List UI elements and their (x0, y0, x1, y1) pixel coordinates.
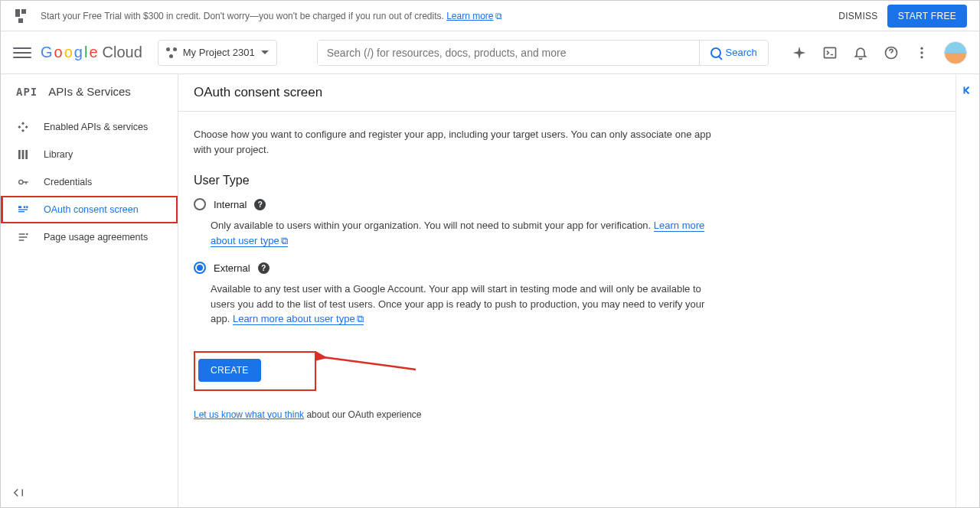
cloud-shell-icon[interactable] (822, 44, 838, 61)
gift-icon (13, 8, 28, 24)
svg-rect-10 (18, 209, 28, 210)
external-link-icon: ⧉ (357, 311, 364, 327)
hamburger-menu-icon[interactable] (13, 44, 31, 62)
user-type-heading: User Type (194, 174, 714, 187)
svg-point-8 (19, 180, 23, 184)
api-icon: API (16, 86, 38, 98)
radio-internal-row[interactable]: Internal ? (194, 198, 714, 210)
svg-point-12 (24, 206, 26, 208)
sidebar-item-label: Enabled APIs & services (44, 122, 148, 132)
search-input[interactable] (318, 41, 699, 65)
annotation-arrow (316, 351, 423, 382)
account-avatar[interactable] (944, 41, 967, 64)
start-free-button[interactable]: START FREE (887, 5, 967, 28)
consent-screen-icon (16, 203, 30, 217)
help-icon[interactable] (883, 44, 900, 61)
svg-rect-0 (825, 47, 836, 57)
intro-text: Choose how you want to configure and reg… (194, 127, 714, 157)
svg-point-13 (26, 206, 28, 208)
search-bar: Search (317, 40, 769, 66)
sidebar: API APIs & Services Enabled APIs & servi… (1, 74, 178, 507)
feedback-line: Let us know what you think about our OAu… (194, 409, 714, 420)
main-content: OAuth consent screen Choose how you want… (178, 74, 956, 507)
feedback-link[interactable]: Let us know what you think (194, 409, 304, 420)
notifications-icon[interactable] (852, 44, 869, 61)
help-icon[interactable]: ? (254, 199, 266, 210)
sidebar-item-enabled-apis[interactable]: Enabled APIs & services (1, 113, 178, 141)
top-header: Google Cloud My Project 2301 Search (1, 31, 979, 74)
banner-text: Start your Free Trial with $300 in credi… (41, 11, 502, 21)
sidebar-section-label: APIs & Services (48, 85, 131, 98)
sidebar-item-label: Credentials (44, 177, 92, 187)
svg-point-2 (920, 47, 923, 49)
library-icon (16, 148, 30, 161)
external-description: Available to any test user with a Google… (194, 278, 714, 340)
free-trial-banner: Start your Free Trial with $300 in credi… (1, 1, 979, 31)
sidebar-item-label: Page usage agreements (44, 232, 148, 243)
external-learn-more-link[interactable]: Learn more about user type⧉ (233, 313, 364, 325)
enabled-apis-icon (16, 120, 30, 134)
svg-point-4 (920, 56, 923, 58)
sidebar-item-credentials[interactable]: Credentials (1, 168, 178, 196)
more-options-icon[interactable] (913, 44, 930, 61)
svg-rect-6 (22, 150, 24, 159)
svg-rect-7 (25, 150, 28, 159)
sidebar-item-page-usage[interactable]: Page usage agreements (1, 223, 178, 251)
search-icon (710, 47, 721, 58)
page-title: OAuth consent screen (178, 74, 956, 112)
svg-rect-11 (18, 211, 24, 212)
svg-point-14 (27, 233, 28, 234)
dismiss-button[interactable]: DISMISS (838, 11, 877, 21)
svg-rect-9 (18, 206, 21, 208)
gemini-icon[interactable] (791, 44, 808, 61)
agreements-icon (16, 230, 30, 244)
banner-learn-more-link[interactable]: Learn more⧉ (446, 11, 501, 21)
radio-external-label: External (214, 262, 250, 274)
radio-internal-label: Internal (214, 199, 247, 210)
project-icon (166, 47, 177, 58)
svg-rect-5 (18, 150, 21, 159)
dropdown-caret-icon (261, 50, 269, 54)
create-button[interactable]: CREATE (198, 359, 261, 382)
sidebar-collapse-button[interactable] (1, 478, 178, 507)
search-button[interactable]: Search (699, 41, 768, 65)
project-name: My Project 2301 (183, 47, 255, 58)
learn-panel-toggle[interactable] (961, 83, 975, 507)
internal-description: Only available to users within your orga… (194, 215, 714, 262)
sidebar-item-library[interactable]: Library (1, 141, 178, 168)
google-cloud-logo[interactable]: Google Cloud (41, 44, 142, 61)
external-link-icon: ⧉ (281, 233, 288, 249)
sidebar-item-label: OAuth consent screen (44, 204, 139, 215)
project-selector[interactable]: My Project 2301 (158, 40, 277, 66)
radio-internal[interactable] (194, 198, 206, 210)
radio-external-row[interactable]: External ? (194, 262, 714, 274)
help-icon[interactable]: ? (258, 262, 270, 274)
sidebar-item-label: Library (44, 149, 73, 160)
external-link-icon: ⧉ (495, 11, 502, 21)
svg-point-3 (920, 51, 923, 54)
svg-line-15 (324, 357, 416, 370)
radio-external[interactable] (194, 262, 206, 274)
create-button-highlight: CREATE (194, 351, 316, 391)
sidebar-item-oauth-consent[interactable]: OAuth consent screen (1, 196, 178, 223)
logo-cloud-text: Cloud (103, 44, 142, 61)
sidebar-section-header[interactable]: API APIs & Services (1, 74, 178, 109)
key-icon (16, 175, 30, 189)
banner-message: Start your Free Trial with $300 in credi… (41, 11, 446, 21)
right-side-panel (956, 74, 979, 507)
